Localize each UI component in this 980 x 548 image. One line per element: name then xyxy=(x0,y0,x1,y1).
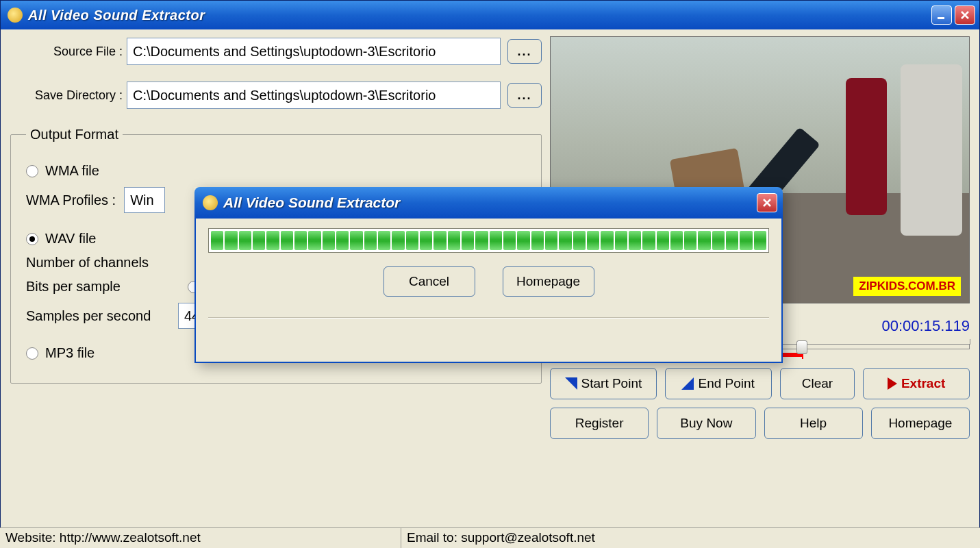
titlebar: All Video Sound Extractor xyxy=(1,1,979,29)
wma-profiles-value: Win xyxy=(130,192,153,208)
close-button[interactable] xyxy=(955,5,975,25)
video-watermark: ZIPKIDS.COM.BR xyxy=(853,277,961,296)
radio-icon xyxy=(26,165,38,177)
progress-dialog: All Video Sound Extractor Cancel Homepag… xyxy=(194,187,783,363)
radio-icon xyxy=(26,347,38,360)
extract-button[interactable]: Extract xyxy=(863,368,970,399)
divider xyxy=(208,317,769,319)
mp3-label: MP3 file xyxy=(45,345,95,361)
end-point-icon xyxy=(681,377,694,390)
statusbar: Website: http://www.zealotsoft.net Email… xyxy=(0,527,980,548)
buy-now-button[interactable]: Buy Now xyxy=(657,408,755,439)
minimize-button[interactable] xyxy=(931,5,952,25)
wma-label: WMA file xyxy=(45,163,99,179)
app-icon xyxy=(203,195,218,210)
start-point-button[interactable]: Start Point xyxy=(550,368,657,399)
status-website: Website: http://www.zealotsoft.net xyxy=(0,528,401,548)
wma-profiles-label: WMA Profiles : xyxy=(26,192,116,208)
channels-label: Number of channels xyxy=(26,255,149,271)
clear-button[interactable]: Clear xyxy=(780,368,855,399)
source-file-row: Source File : ... xyxy=(10,36,542,66)
dialog-homepage-button[interactable]: Homepage xyxy=(503,266,594,297)
main-window: All Video Sound Extractor Source File : … xyxy=(0,0,980,548)
browse-source-button[interactable]: ... xyxy=(507,39,542,64)
dialog-title: All Video Sound Extractor xyxy=(223,195,757,211)
output-format-legend: Output Format xyxy=(26,127,123,142)
svg-rect-0 xyxy=(938,17,944,19)
samples-label: Samples per second xyxy=(26,308,170,324)
register-button[interactable]: Register xyxy=(550,408,649,439)
start-point-icon xyxy=(565,377,577,390)
slider-thumb[interactable] xyxy=(796,340,807,354)
radio-icon xyxy=(26,233,38,245)
wav-label: WAV file xyxy=(45,231,96,247)
wma-radio[interactable]: WMA file xyxy=(26,163,526,179)
play-icon xyxy=(888,377,897,390)
cancel-button[interactable]: Cancel xyxy=(384,266,475,297)
end-point-button[interactable]: End Point xyxy=(665,368,772,399)
dialog-body: Cancel Homepage xyxy=(194,219,783,363)
dialog-close-button[interactable] xyxy=(757,193,777,212)
app-icon xyxy=(8,8,23,23)
help-button[interactable]: Help xyxy=(764,408,863,439)
bits-label: Bits per sample xyxy=(26,279,170,295)
progress-bar xyxy=(208,228,769,253)
status-email: Email to: support@zealotsoft.net xyxy=(401,528,601,548)
save-directory-row: Save Directory : ... xyxy=(10,80,542,110)
wma-profiles-combo[interactable]: Win xyxy=(124,187,165,213)
window-title: All Video Sound Extractor xyxy=(28,8,931,23)
browse-savedir-button[interactable]: ... xyxy=(507,83,542,108)
source-file-label: Source File : xyxy=(10,45,127,59)
save-directory-input[interactable] xyxy=(127,82,501,109)
save-directory-label: Save Directory : xyxy=(10,88,127,103)
homepage-button[interactable]: Homepage xyxy=(871,408,970,439)
dialog-titlebar: All Video Sound Extractor xyxy=(194,187,783,219)
source-file-input[interactable] xyxy=(127,38,501,65)
